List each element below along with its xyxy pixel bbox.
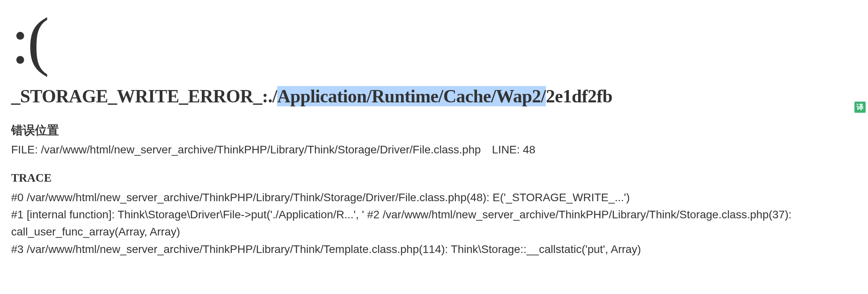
sad-face-icon: :( [11, 8, 857, 74]
trace-line: #0 /var/www/html/new_server_archive/Thin… [11, 189, 857, 206]
translate-badge[interactable]: 译 [854, 102, 866, 113]
file-path: /var/www/html/new_server_archive/ThinkPH… [41, 143, 481, 156]
error-location-detail: FILE: /var/www/html/new_server_archive/T… [11, 141, 857, 158]
line-label: LINE: [492, 143, 523, 156]
error-title: _STORAGE_WRITE_ERROR_:./Application/Runt… [11, 82, 857, 110]
error-location-heading: 错误位置 [11, 121, 857, 139]
trace-line: #1 [internal function]: Think\Storage\Dr… [11, 206, 857, 241]
line-number: 48 [523, 143, 535, 156]
trace-heading: TRACE [11, 169, 857, 187]
trace-line: #3 /var/www/html/new_server_archive/Thin… [11, 241, 857, 258]
error-prefix: _STORAGE_WRITE_ERROR_:./ [11, 86, 277, 106]
error-suffix: 2e1df2fb [546, 86, 612, 106]
error-highlighted-path: Application/Runtime/Cache/Wap2/ [277, 86, 546, 106]
file-label: FILE: [11, 143, 41, 156]
